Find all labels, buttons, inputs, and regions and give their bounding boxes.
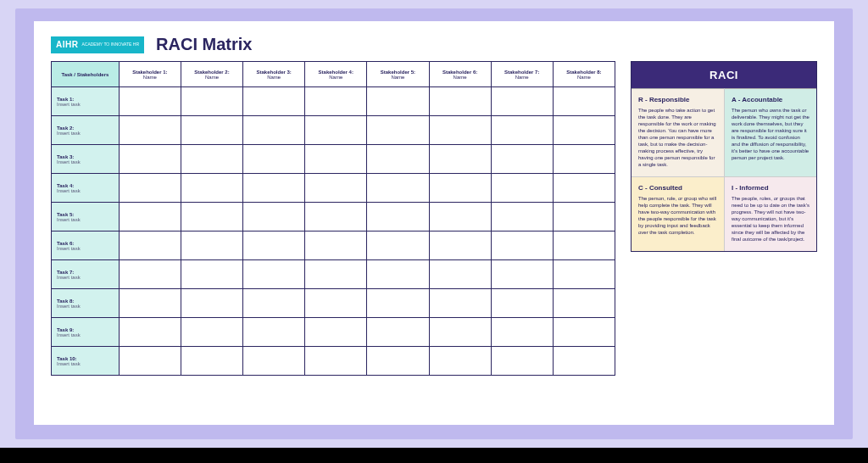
matrix-cell[interactable] [119, 87, 181, 116]
matrix-cell[interactable] [181, 145, 242, 174]
matrix-cell[interactable] [305, 232, 367, 260]
matrix-cell[interactable] [119, 232, 181, 260]
task-cell[interactable]: Task 9:Insert task [52, 318, 120, 347]
matrix-cell[interactable] [491, 116, 553, 145]
matrix-cell[interactable] [305, 145, 367, 174]
matrix-cell[interactable] [429, 260, 491, 289]
matrix-cell[interactable] [305, 260, 367, 289]
task-cell[interactable]: Task 8:Insert task [52, 289, 120, 318]
matrix-cell[interactable] [367, 87, 429, 116]
legend-consulted: C - Consulted The person, role, or group… [632, 176, 724, 251]
matrix-cell[interactable] [367, 347, 429, 376]
matrix-cell[interactable] [553, 289, 615, 318]
matrix-cell[interactable] [429, 174, 491, 203]
stakeholder-header[interactable]: Stakeholder 7:Name [491, 62, 553, 87]
matrix-cell[interactable] [305, 203, 367, 232]
matrix-cell[interactable] [429, 145, 491, 174]
task-cell[interactable]: Task 10:Insert task [52, 347, 120, 376]
matrix-cell[interactable] [243, 347, 305, 376]
matrix-cell[interactable] [553, 232, 615, 260]
matrix-cell[interactable] [181, 87, 242, 116]
matrix-cell[interactable] [243, 232, 305, 260]
stakeholder-header[interactable]: Stakeholder 1:Name [119, 62, 181, 87]
raci-matrix-table: Task / Stakeholders Stakeholder 1:Name S… [51, 61, 615, 376]
matrix-cell[interactable] [305, 87, 367, 116]
matrix-cell[interactable] [243, 116, 305, 145]
matrix-cell[interactable] [305, 347, 367, 376]
task-cell[interactable]: Task 3:Insert task [52, 145, 120, 174]
matrix-cell[interactable] [181, 318, 242, 347]
matrix-cell[interactable] [119, 145, 181, 174]
matrix-cell[interactable] [181, 203, 242, 232]
matrix-cell[interactable] [119, 289, 181, 318]
task-cell[interactable]: Task 5:Insert task [52, 203, 120, 232]
matrix-cell[interactable] [491, 318, 553, 347]
matrix-cell[interactable] [491, 347, 553, 376]
matrix-cell[interactable] [181, 232, 242, 260]
matrix-cell[interactable] [553, 260, 615, 289]
task-cell[interactable]: Task 2:Insert task [52, 116, 120, 145]
matrix-cell[interactable] [243, 318, 305, 347]
matrix-cell[interactable] [119, 203, 181, 232]
matrix-cell[interactable] [367, 289, 429, 318]
task-cell[interactable]: Task 6:Insert task [52, 232, 120, 260]
matrix-cell[interactable] [367, 318, 429, 347]
stakeholder-header[interactable]: Stakeholder 8:Name [553, 62, 615, 87]
matrix-cell[interactable] [119, 116, 181, 145]
matrix-cell[interactable] [181, 174, 242, 203]
stakeholder-header[interactable]: Stakeholder 6:Name [429, 62, 491, 87]
stakeholder-header[interactable]: Stakeholder 5:Name [367, 62, 429, 87]
matrix-cell[interactable] [119, 318, 181, 347]
matrix-cell[interactable] [367, 232, 429, 260]
matrix-cell[interactable] [367, 116, 429, 145]
matrix-cell[interactable] [243, 174, 305, 203]
matrix-cell[interactable] [243, 145, 305, 174]
matrix-cell[interactable] [553, 145, 615, 174]
matrix-cell[interactable] [367, 145, 429, 174]
stakeholder-header[interactable]: Stakeholder 4:Name [305, 62, 367, 87]
task-cell[interactable]: Task 7:Insert task [52, 260, 120, 289]
matrix-cell[interactable] [429, 87, 491, 116]
matrix-cell[interactable] [243, 203, 305, 232]
matrix-cell[interactable] [429, 289, 491, 318]
matrix-cell[interactable] [491, 174, 553, 203]
matrix-cell[interactable] [367, 260, 429, 289]
matrix-cell[interactable] [181, 116, 242, 145]
matrix-cell[interactable] [181, 260, 242, 289]
matrix-cell[interactable] [181, 289, 242, 318]
matrix-cell[interactable] [429, 116, 491, 145]
matrix-cell[interactable] [305, 174, 367, 203]
matrix-cell[interactable] [367, 203, 429, 232]
matrix-cell[interactable] [553, 87, 615, 116]
matrix-cell[interactable] [119, 260, 181, 289]
matrix-cell[interactable] [119, 347, 181, 376]
matrix-cell[interactable] [491, 203, 553, 232]
matrix-cell[interactable] [429, 232, 491, 260]
stakeholder-header[interactable]: Stakeholder 3:Name [243, 62, 305, 87]
matrix-cell[interactable] [243, 87, 305, 116]
matrix-cell[interactable] [305, 116, 367, 145]
matrix-cell[interactable] [181, 347, 242, 376]
matrix-cell[interactable] [119, 174, 181, 203]
matrix-cell[interactable] [491, 87, 553, 116]
stakeholder-header[interactable]: Stakeholder 2:Name [181, 62, 242, 87]
task-cell[interactable]: Task 4:Insert task [52, 174, 120, 203]
matrix-cell[interactable] [429, 318, 491, 347]
matrix-cell[interactable] [553, 203, 615, 232]
matrix-cell[interactable] [553, 174, 615, 203]
matrix-cell[interactable] [553, 318, 615, 347]
matrix-cell[interactable] [491, 232, 553, 260]
matrix-cell[interactable] [305, 318, 367, 347]
matrix-cell[interactable] [429, 347, 491, 376]
matrix-cell[interactable] [491, 145, 553, 174]
matrix-cell[interactable] [429, 203, 491, 232]
matrix-cell[interactable] [243, 260, 305, 289]
matrix-cell[interactable] [553, 347, 615, 376]
matrix-cell[interactable] [367, 174, 429, 203]
matrix-cell[interactable] [243, 289, 305, 318]
task-cell[interactable]: Task 1:Insert task [52, 87, 120, 116]
matrix-cell[interactable] [305, 289, 367, 318]
matrix-cell[interactable] [553, 116, 615, 145]
matrix-cell[interactable] [491, 289, 553, 318]
matrix-cell[interactable] [491, 260, 553, 289]
